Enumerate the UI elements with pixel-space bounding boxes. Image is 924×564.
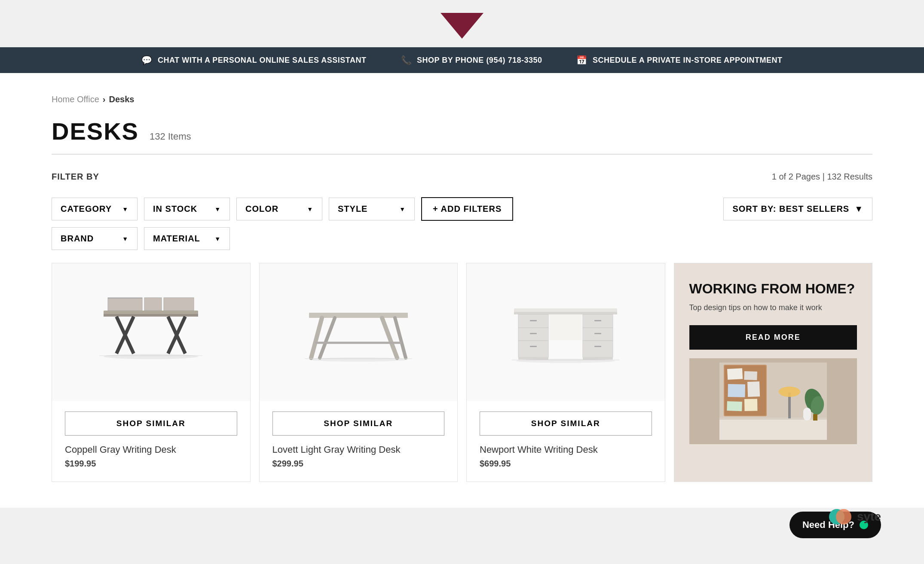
product-name-3: Newport White Writing Desk <box>480 444 652 455</box>
style-filter-label: STYLE <box>338 204 367 214</box>
product-price-1: $199.95 <box>65 459 237 469</box>
products-grid: SHOP SIMILAR Coppell Gray Writing Desk $… <box>52 263 872 482</box>
svg-rect-55 <box>803 408 811 421</box>
shop-similar-button-2[interactable]: SHOP SIMILAR <box>272 412 445 436</box>
svg-point-19 <box>309 357 408 362</box>
read-more-button[interactable]: READ MORE <box>689 325 857 350</box>
page-title: DESKS <box>52 117 139 145</box>
in-stock-chevron-icon: ▼ <box>214 206 221 213</box>
product-image-2 <box>260 263 458 401</box>
svg-rect-31 <box>594 320 601 321</box>
svg-rect-46 <box>727 401 742 411</box>
page-wrapper: 💬 CHAT WITH A PERSONAL ONLINE SALES ASSI… <box>0 0 924 564</box>
material-filter[interactable]: MATERIAL ▼ <box>144 227 230 250</box>
material-filter-label: MATERIAL <box>153 234 200 244</box>
pagination-info: 1 of 2 Pages | 132 Results <box>772 172 872 182</box>
svg-rect-34 <box>549 314 582 340</box>
arrow-container <box>0 0 924 47</box>
product-card-3: SHOP SIMILAR Newport White Writing Desk … <box>466 263 665 482</box>
brand-filter-label: BRAND <box>61 234 94 244</box>
svg-rect-32 <box>594 333 601 334</box>
shop-similar-button-3[interactable]: SHOP SIMILAR <box>480 412 652 436</box>
down-arrow-icon <box>441 13 483 39</box>
product-price-3: $699.95 <box>480 459 652 469</box>
svg-rect-54 <box>813 414 817 421</box>
brand-filter[interactable]: BRAND ▼ <box>52 227 138 250</box>
syte-label: syte <box>857 510 881 524</box>
item-count: 132 Items <box>150 131 191 142</box>
material-chevron-icon: ▼ <box>214 235 221 242</box>
filter-row-1: CATEGORY ▼ IN STOCK ▼ COLOR ▼ STYLE ▼ + … <box>52 197 872 221</box>
syte-logo[interactable]: syte <box>828 508 881 525</box>
product-card-body-2: SHOP SIMILAR Lovett Light Gray Writing D… <box>260 401 458 482</box>
shop-similar-button-1[interactable]: SHOP SIMILAR <box>65 412 237 436</box>
top-bar: 💬 CHAT WITH A PERSONAL ONLINE SALES ASSI… <box>0 47 924 73</box>
promo-card: WORKING FROM HOME? Top design tips on ho… <box>674 263 873 482</box>
color-filter-label: COLOR <box>245 204 278 214</box>
page-title-row: DESKS 132 Items <box>52 117 872 155</box>
color-filter[interactable]: COLOR ▼ <box>236 198 322 220</box>
sort-chevron-icon: ▼ <box>854 204 863 214</box>
svg-rect-27 <box>530 346 537 347</box>
category-filter[interactable]: CATEGORY ▼ <box>52 198 138 220</box>
category-chevron-icon: ▼ <box>122 206 129 213</box>
svg-point-51 <box>779 387 800 397</box>
promo-title: WORKING FROM HOME? <box>689 280 857 297</box>
appointment-item[interactable]: 📅 SCHEDULE A PRIVATE IN-STORE APPOINTMEN… <box>576 55 782 65</box>
breadcrumb-current: Desks <box>109 95 134 104</box>
svg-point-11 <box>104 354 198 359</box>
product-card-body-3: SHOP SIMILAR Newport White Writing Desk … <box>467 401 665 482</box>
product-price-2: $299.95 <box>272 459 445 469</box>
phone-item[interactable]: 📞 SHOP BY PHONE (954) 718-3350 <box>401 55 542 65</box>
filter-label: FILTER BY <box>52 172 99 182</box>
style-filter[interactable]: STYLE ▼ <box>329 198 415 220</box>
product-card-1: SHOP SIMILAR Coppell Gray Writing Desk $… <box>52 263 251 482</box>
promo-image <box>689 358 857 444</box>
in-stock-filter-label: IN STOCK <box>153 204 197 214</box>
svg-rect-5 <box>108 298 142 299</box>
phone-label: SHOP BY PHONE (954) 718-3350 <box>417 56 542 65</box>
svg-rect-42 <box>727 369 743 380</box>
filter-row-2: BRAND ▼ MATERIAL ▼ <box>52 227 872 250</box>
sort-select[interactable]: SORT BY: BEST SELLERS ▼ <box>723 198 872 220</box>
sort-label: SORT BY: BEST SELLERS <box>732 204 849 214</box>
svg-point-38 <box>516 359 615 363</box>
chat-label: CHAT WITH A PERSONAL ONLINE SALES ASSIST… <box>158 56 367 65</box>
product-name-2: Lovett Light Gray Writing Desk <box>272 444 445 455</box>
svg-rect-25 <box>530 320 537 321</box>
style-chevron-icon: ▼ <box>399 206 406 213</box>
svg-rect-47 <box>744 399 757 412</box>
svg-rect-4 <box>164 298 194 311</box>
filter-section: FILTER BY 1 of 2 Pages | 132 Results CAT… <box>52 172 872 250</box>
add-filters-button[interactable]: + ADD FILTERS <box>421 197 513 221</box>
breadcrumb-chevron: › <box>103 95 106 104</box>
appointment-label: SCHEDULE A PRIVATE IN-STORE APPOINTMENT <box>593 56 783 65</box>
product-name-1: Coppell Gray Writing Desk <box>65 444 237 455</box>
breadcrumb-parent[interactable]: Home Office <box>52 95 99 104</box>
product-image-3 <box>467 263 665 401</box>
svg-rect-48 <box>719 418 827 440</box>
color-chevron-icon: ▼ <box>307 206 313 213</box>
main-content: Home Office › Desks DESKS 132 Items FILT… <box>0 73 924 508</box>
svg-rect-26 <box>530 333 537 334</box>
chat-icon: 💬 <box>141 55 153 65</box>
product-card-body-1: SHOP SIMILAR Coppell Gray Writing Desk $… <box>52 401 250 482</box>
breadcrumb: Home Office › Desks <box>52 95 872 104</box>
appointment-icon: 📅 <box>576 55 587 65</box>
promo-subtitle: Top design tips on how to make it work <box>689 303 857 312</box>
phone-icon: 📞 <box>401 55 412 65</box>
product-card-2: SHOP SIMILAR Lovett Light Gray Writing D… <box>259 263 458 482</box>
category-filter-label: CATEGORY <box>61 204 112 214</box>
in-stock-filter[interactable]: IN STOCK ▼ <box>144 198 230 220</box>
brand-chevron-icon: ▼ <box>122 235 129 242</box>
svg-rect-33 <box>594 346 601 347</box>
svg-rect-44 <box>728 384 745 397</box>
svg-rect-3 <box>144 298 162 311</box>
chat-item[interactable]: 💬 CHAT WITH A PERSONAL ONLINE SALES ASSI… <box>141 55 366 65</box>
product-image-1 <box>52 263 250 401</box>
svg-rect-43 <box>744 371 757 380</box>
svg-point-57 <box>836 509 851 524</box>
svg-rect-21 <box>514 312 617 314</box>
promo-card-inner: WORKING FROM HOME? Top design tips on ho… <box>674 263 872 482</box>
svg-rect-2 <box>108 298 142 311</box>
